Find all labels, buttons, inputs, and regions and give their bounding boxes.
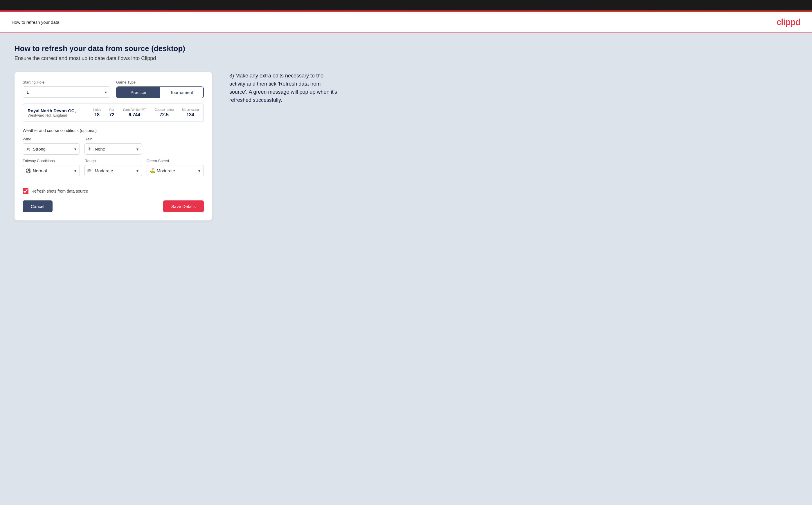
checkbox-row: Refresh shots from data source bbox=[22, 188, 204, 194]
content-row: Starting Hole 1 ▾ Game Type Practice Tou… bbox=[14, 72, 798, 220]
yards-label: Yards/White (M)) bbox=[122, 108, 146, 111]
save-button[interactable]: Save Details bbox=[163, 201, 204, 212]
course-name: Royal North Devon GC, bbox=[28, 108, 84, 113]
stat-course-rating: Course rating 72.5 bbox=[154, 108, 173, 117]
conditions-grid: Wind 🌬 Strong ▾ Rain bbox=[22, 137, 204, 176]
stat-par: Par 72 bbox=[109, 108, 114, 117]
game-type-group: Game Type Practice Tournament bbox=[116, 80, 204, 98]
course-rating-value: 72.5 bbox=[160, 112, 169, 117]
starting-hole-wrapper: 1 ▾ bbox=[22, 87, 110, 98]
slope-rating-value: 134 bbox=[186, 112, 194, 117]
practice-button[interactable]: Practice bbox=[117, 87, 160, 98]
cancel-button[interactable]: Cancel bbox=[22, 201, 53, 212]
slope-rating-label: Slope rating bbox=[182, 108, 199, 111]
starting-hole-label: Starting Hole bbox=[22, 80, 110, 84]
rain-label: Rain bbox=[85, 137, 142, 141]
refresh-checkbox[interactable] bbox=[22, 188, 29, 194]
holes-value: 18 bbox=[94, 112, 100, 117]
rough-label: Rough bbox=[85, 159, 142, 163]
rain-select[interactable]: None bbox=[85, 143, 142, 155]
starting-hole-select[interactable]: 1 bbox=[22, 87, 110, 98]
wind-select[interactable]: Strong bbox=[22, 143, 80, 155]
par-label: Par bbox=[109, 108, 114, 111]
wind-rain-row: Wind 🌬 Strong ▾ Rain bbox=[22, 137, 204, 155]
fairway-rough-green-row: Fairway Conditions ⚽ Normal ▾ Rough bbox=[22, 159, 204, 176]
main-content: How to refresh your data from source (de… bbox=[0, 33, 812, 505]
rain-select-wrapper: ☀ None ▾ bbox=[85, 143, 142, 155]
refresh-checkbox-label: Refresh shots from data source bbox=[31, 189, 88, 193]
tournament-button[interactable]: Tournament bbox=[160, 87, 203, 98]
page-heading: How to refresh your data from source (de… bbox=[14, 44, 798, 53]
fairway-select[interactable]: Normal bbox=[22, 165, 80, 176]
course-rating-label: Course rating bbox=[154, 108, 173, 111]
green-speed-select-wrapper: ⛳ Moderate ▾ bbox=[147, 165, 204, 176]
rough-select-wrapper: ⛃ Moderate ▾ bbox=[85, 165, 142, 176]
wind-group: Wind 🌬 Strong ▾ bbox=[22, 137, 80, 155]
course-location: Westward Ho!, England bbox=[28, 113, 84, 117]
green-speed-group: Green Speed ⛳ Moderate ▾ bbox=[147, 159, 204, 176]
top-bar bbox=[0, 0, 812, 10]
conditions-section: Weather and course conditions (optional)… bbox=[22, 128, 204, 176]
holes-label: Holes bbox=[93, 108, 101, 111]
stat-slope-rating: Slope rating 134 bbox=[182, 108, 199, 117]
header: How to refresh your data clippd bbox=[0, 12, 812, 33]
green-speed-select[interactable]: Moderate bbox=[147, 165, 204, 176]
course-stats: Holes 18 Par 72 Yards/White (M)) 6,744 C… bbox=[93, 108, 199, 117]
divider bbox=[22, 183, 204, 183]
footer: Copyright Clippd 2022 bbox=[0, 505, 812, 507]
rain-group: Rain ☀ None ▾ bbox=[85, 137, 142, 155]
fairway-label: Fairway Conditions bbox=[22, 159, 80, 163]
starting-hole-group: Starting Hole 1 ▾ bbox=[22, 80, 110, 98]
course-row: Royal North Devon GC, Westward Ho!, Engl… bbox=[22, 104, 204, 122]
form-row-top: Starting Hole 1 ▾ Game Type Practice Tou… bbox=[22, 80, 204, 98]
page-subheading: Ensure the correct and most up to date d… bbox=[14, 55, 798, 61]
fairway-select-wrapper: ⚽ Normal ▾ bbox=[22, 165, 80, 176]
course-info: Royal North Devon GC, Westward Ho!, Engl… bbox=[28, 108, 84, 117]
button-row: Cancel Save Details bbox=[22, 201, 204, 212]
fairway-group: Fairway Conditions ⚽ Normal ▾ bbox=[22, 159, 80, 176]
game-type-label: Game Type bbox=[116, 80, 204, 84]
sidebar-text: 3) Make any extra edits necessary to the… bbox=[230, 72, 340, 104]
rough-group: Rough ⛃ Moderate ▾ bbox=[85, 159, 142, 176]
wind-label: Wind bbox=[22, 137, 80, 141]
form-card: Starting Hole 1 ▾ Game Type Practice Tou… bbox=[14, 72, 212, 220]
wind-select-wrapper: 🌬 Strong ▾ bbox=[22, 143, 80, 155]
game-type-toggle: Practice Tournament bbox=[116, 87, 204, 98]
logo: clippd bbox=[776, 17, 800, 27]
rough-select[interactable]: Moderate bbox=[85, 165, 142, 176]
par-value: 72 bbox=[109, 112, 114, 117]
header-title: How to refresh your data bbox=[12, 20, 59, 25]
stat-holes: Holes 18 bbox=[93, 108, 101, 117]
stat-yards: Yards/White (M)) 6,744 bbox=[122, 108, 146, 117]
yards-value: 6,744 bbox=[129, 112, 140, 117]
green-speed-label: Green Speed bbox=[147, 159, 204, 163]
conditions-title: Weather and course conditions (optional) bbox=[22, 128, 204, 133]
